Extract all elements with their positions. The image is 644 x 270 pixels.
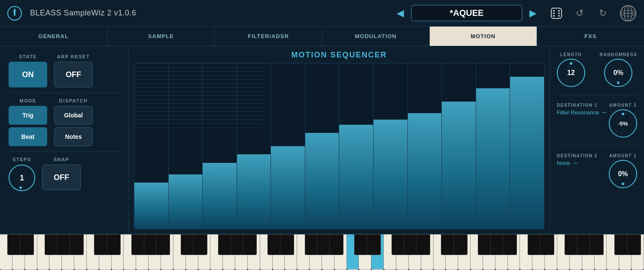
tab-motion[interactable]: MOTION [430,27,537,46]
black-key-oct6-0.6[interactable] [528,234,542,255]
black-key-oct5-5.6[interactable] [503,234,517,255]
black-key-oct4-1.6[interactable] [367,234,381,255]
amount1-knob[interactable]: -5% [609,109,637,138]
tab-general[interactable]: GENERAL [0,27,107,46]
dest1-label: DESTINATION 1 [557,103,606,108]
undo-button[interactable]: ↺ [572,6,587,21]
seq-step-11[interactable] [476,63,510,229]
length-knob[interactable]: 12 [557,59,585,87]
arp-reset-button[interactable]: OFF [54,62,93,87]
black-key-oct1-1.6[interactable] [106,234,121,255]
length-col: LENGTH 12 [557,52,585,87]
seq-step-2[interactable] [169,63,203,229]
seq-step-5[interactable] [271,63,305,229]
dest1-row: DESTINATION 1 Filter Resonance – AMOUNT … [557,103,637,138]
seq-step-9[interactable] [408,63,442,229]
dispatch-notes-button[interactable]: Notes [54,127,93,146]
dispatch-global-button[interactable]: Global [54,106,93,125]
black-key-oct2-1.6[interactable] [193,234,207,255]
black-key-oct7-0.6[interactable] [614,234,629,255]
black-key-oct0-3.6[interactable] [45,234,59,255]
seq-bar-1 [134,183,168,229]
mode-trig-button[interactable]: Trig [9,106,47,125]
black-key-oct6-5.6[interactable] [589,234,604,255]
svg-point-8 [553,12,555,14]
seq-step-7[interactable] [339,63,374,229]
amount2-knob[interactable]: 0% [609,160,637,188]
tab-filter-adsr[interactable]: FILTER/ADSR [215,27,322,46]
tab-fxs[interactable]: FXs [537,27,644,46]
black-key-oct1-5.6[interactable] [156,234,170,255]
amount1-knob-dot [622,113,624,115]
right-divider1 [557,95,637,95]
black-key-oct4-5.6[interactable] [416,234,430,255]
mode-beat-button[interactable]: Beat [9,127,47,146]
black-key-oct7-1.6[interactable] [627,234,641,255]
black-key-oct1-3.6[interactable] [131,234,146,255]
length-randomness-row: LENGTH 12 RANDOMNESS 0% [557,52,637,87]
seq-step-3[interactable] [203,63,237,229]
seq-bar-8 [374,120,407,229]
dest2-row: DESTINATION 2 None – AMOUNT 1 0% [557,153,637,188]
seq-step-10[interactable] [442,63,476,229]
randomness-label: RANDOMNESS [600,52,637,57]
left-panel: STATE ON ARP RESET OFF MODE Trig Beat DI… [0,46,129,234]
randomness-knob[interactable]: 0% [604,59,632,87]
prev-preset-button[interactable]: ◀ [393,6,407,21]
black-key-oct2-3.6[interactable] [218,234,232,255]
header-icons: ↺ ↻ [549,6,611,21]
seq-bar-12 [510,77,544,229]
main-content: STATE ON ARP RESET OFF MODE Trig Beat DI… [0,46,644,234]
svg-point-5 [558,10,560,12]
seq-step-6[interactable] [305,63,340,229]
amount1-value: -5% [618,120,628,127]
black-key-oct0-1.6[interactable] [20,234,34,255]
amount1-col: AMOUNT 1 -5% [609,103,637,138]
state-button[interactable]: ON [9,62,47,87]
black-key-oct5-0.6[interactable] [441,234,455,255]
black-key-oct5-1.6[interactable] [453,234,468,255]
randomness-col: RANDOMNESS 0% [600,52,637,87]
tab-sample[interactable]: SAMPLE [107,27,215,46]
svg-point-4 [553,10,555,12]
redo-button[interactable]: ↻ [595,6,611,21]
dispatch-col: DISPATCH Global Notes [54,98,93,146]
nav-tabs: GENERAL SAMPLE FILTER/ADSR MODULATION MO… [0,27,644,46]
tab-modulation[interactable]: MODULATION [322,27,430,46]
dest2-value[interactable]: None [557,160,570,166]
seq-step-12[interactable] [510,63,544,229]
black-key-oct0-4.6[interactable] [57,234,71,255]
seq-step-1[interactable] [134,63,169,229]
black-key-oct0-5.6[interactable] [70,234,84,255]
app-title: BLEASS SampleWiz 2 v1.0.6 [30,9,137,18]
black-key-oct3-1.6[interactable] [280,234,294,255]
dest1-value[interactable]: Filter Resonance [557,109,599,116]
black-key-oct2-5.6[interactable] [243,234,257,255]
logo-icon [7,6,22,21]
arp-reset-label: ARP RESET [57,54,90,59]
black-key-oct6-1.6[interactable] [540,234,554,255]
sequencer-grid[interactable] [134,63,544,229]
preset-name[interactable]: *AQUEE [411,5,522,21]
seq-step-8[interactable] [374,63,408,229]
dice-icon-button[interactable] [549,6,564,21]
randomness-value: 0% [614,69,623,77]
piano-black-keys [0,234,644,255]
amount2-value: 0% [618,170,628,178]
snap-label: SNAP [54,157,70,162]
seq-bar-9 [408,113,442,229]
black-key-oct3-5.6[interactable] [329,234,343,255]
length-value: 12 [567,69,575,77]
snap-button[interactable]: OFF [42,165,81,190]
seq-bar-2 [169,174,203,229]
amount2-label: AMOUNT 1 [609,153,637,158]
amount2-knob-dot [622,183,624,185]
next-preset-button[interactable]: ▶ [526,6,540,21]
length-knob-dot [570,62,572,65]
seq-step-4[interactable] [237,63,271,229]
right-panel: LENGTH 12 RANDOMNESS 0% DESTINATION 1 Fi… [550,46,644,234]
steps-knob[interactable]: 1 [9,165,35,191]
dest2-section: DESTINATION 2 None – [557,153,598,167]
state-label: STATE [19,54,37,59]
dest2-label: DESTINATION 2 [557,153,598,158]
